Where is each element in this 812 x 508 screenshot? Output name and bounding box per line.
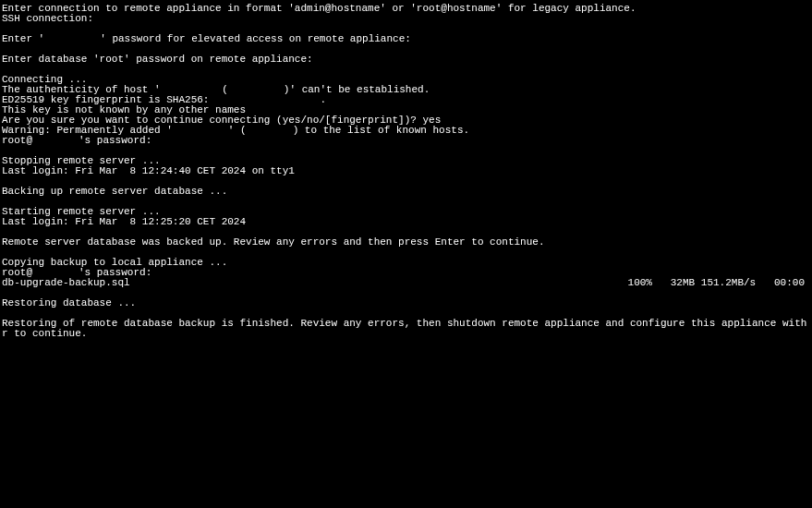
redacted-host: ██████ xyxy=(173,126,228,136)
label: root@ xyxy=(2,135,32,146)
label: Enter ' xyxy=(2,33,44,44)
terminal-line: Enter '██████' password for elevated acc… xyxy=(2,34,810,44)
terminal-line: Restoring database ... xyxy=(2,298,810,308)
redacted-host: █████ xyxy=(32,136,79,146)
terminal-line: Enter database 'root' password on remote… xyxy=(2,54,810,65)
terminal-line: Backing up remote server database ... xyxy=(2,187,810,197)
terminal-line: SSH connection: ████████ xyxy=(2,14,810,24)
redacted-user: ██████ xyxy=(44,34,100,44)
label: ' ( xyxy=(228,125,247,136)
label: SSH connection: xyxy=(2,13,100,24)
terminal-blank xyxy=(2,65,810,75)
filename: db-upgrade-backup.sql xyxy=(2,278,130,288)
terminal-line: Remote server database was backed up. Re… xyxy=(2,237,810,248)
terminal-line: r to continue. xyxy=(2,329,810,339)
transfer-stats: 100% 32MB 151.2MB/s 00:00 xyxy=(628,278,810,288)
terminal-line: Restoring of remote database backup is f… xyxy=(2,319,810,329)
file-transfer-line: db-upgrade-backup.sql 100% 32MB 151.2MB/… xyxy=(2,278,810,288)
label: ' password for elevated access on remote… xyxy=(100,33,411,44)
terminal-line: Last login: Fri Mar 8 12:25:20 CET 2024 xyxy=(2,217,810,227)
terminal-line: Last login: Fri Mar 8 12:24:40 CET 2024 … xyxy=(2,166,810,176)
terminal-line: root@█████'s password: xyxy=(2,136,810,146)
label: . xyxy=(320,94,326,105)
redacted-key: ████ xyxy=(247,126,293,136)
label: ) to the list of known hosts. xyxy=(293,125,469,136)
label: 's password: xyxy=(79,135,151,146)
redacted-hostname: ████████ xyxy=(100,14,174,24)
